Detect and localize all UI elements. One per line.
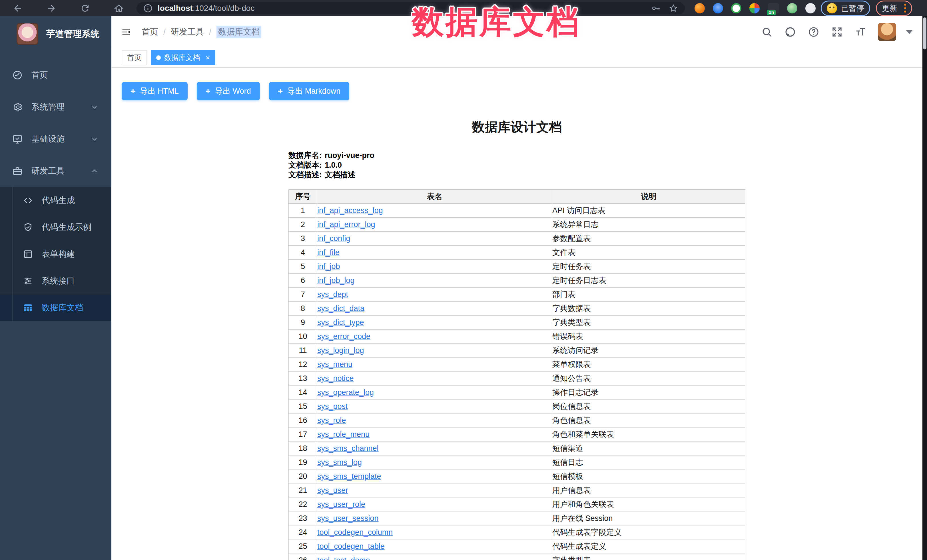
paused-extension-badge[interactable]: 已暂停 (821, 1, 870, 16)
table-name-link[interactable]: sys_menu (317, 360, 353, 369)
table-name-link[interactable]: inf_file (317, 248, 340, 257)
table-name-link[interactable]: sys_user_session (317, 514, 379, 523)
github-icon[interactable] (784, 26, 796, 38)
table-name-link[interactable]: inf_job_log (317, 276, 355, 285)
app-navbar: 首页 / 研发工具 / 数据库文档 (111, 16, 922, 48)
app-logo-row[interactable]: 芋道管理系统 (0, 16, 111, 53)
table-name-link[interactable]: inf_job (317, 262, 340, 271)
plus-icon: + (278, 87, 283, 96)
extension-icon-pin[interactable] (713, 3, 723, 14)
home-icon[interactable] (114, 3, 124, 14)
table-row: 24 tool_codegen_column 代码生成表字段定义 (289, 525, 745, 539)
row-index: 8 (289, 302, 317, 316)
table-name-link[interactable]: sys_operate_log (317, 388, 374, 397)
table-name-link[interactable]: sys_dept (317, 290, 348, 299)
table-name-link[interactable]: sys_sms_log (317, 458, 362, 467)
table-name-link[interactable]: inf_api_error_log (317, 220, 375, 229)
table-name-link[interactable]: sys_sms_template (317, 472, 381, 481)
scrollbar[interactable] (922, 16, 927, 560)
sidebar-collapse-icon[interactable] (120, 27, 132, 37)
row-description: 短信模板 (552, 469, 745, 484)
table-name-link[interactable]: sys_role_menu (317, 430, 369, 439)
plus-icon: + (131, 87, 136, 96)
update-label: 更新 (882, 3, 897, 14)
user-menu-caret-icon[interactable] (906, 30, 913, 34)
help-icon[interactable] (808, 26, 820, 38)
row-index: 14 (289, 385, 317, 399)
table-name-link[interactable]: tool_codegen_column (317, 528, 393, 537)
site-info-icon[interactable] (143, 3, 153, 14)
back-icon[interactable] (12, 3, 23, 14)
tag-home[interactable]: 首页 (122, 50, 147, 65)
browser-nav-buttons (0, 3, 124, 14)
export-markdown-button[interactable]: + 导出 Markdown (269, 82, 350, 100)
tag-db-doc[interactable]: 数据库文档 × (151, 50, 215, 65)
forward-icon[interactable] (46, 3, 56, 14)
chrome-menu-icon[interactable] (904, 4, 906, 12)
extension-icon-grid[interactable] (749, 3, 760, 14)
table-row: 18 sys_sms_channel 短信渠道 (289, 442, 745, 455)
extension-icon-leaf[interactable] (787, 3, 797, 14)
tag-close-icon[interactable]: × (206, 54, 210, 61)
table-name-link[interactable]: sys_error_code (317, 332, 371, 341)
bookmark-star-icon[interactable] (668, 3, 679, 14)
table-name-link[interactable]: tool_codegen_table (317, 542, 384, 551)
row-description: 用户和角色关联表 (552, 498, 745, 511)
user-avatar[interactable] (878, 23, 896, 41)
sidebar-item-label: 表单构建 (42, 249, 75, 260)
table-name-link[interactable]: sys_dict_data (317, 304, 365, 313)
table-name-link[interactable]: sys_post (317, 402, 348, 411)
table-name-link[interactable]: inf_config (317, 234, 350, 243)
table-name-link[interactable]: sys_role (317, 416, 346, 425)
col-header-name: 表名 (317, 190, 552, 203)
row-index: 15 (289, 399, 317, 413)
extension-icon-check[interactable] (731, 3, 742, 14)
sidebar-item-api[interactable]: 系统接口 (0, 267, 111, 294)
sidebar-item-system[interactable]: 系统管理 (0, 91, 111, 123)
breadcrumb: 首页 / 研发工具 / 数据库文档 (142, 26, 261, 38)
table-name-link[interactable]: sys_notice (317, 374, 354, 382)
breadcrumb-home[interactable]: 首页 (142, 26, 158, 38)
fullscreen-icon[interactable] (831, 26, 843, 38)
sidebar-item-devtools[interactable]: 研发工具 (0, 155, 111, 187)
export-word-button[interactable]: + 导出 Word (197, 82, 260, 100)
table-row: 13 sys_notice 通知公告表 (289, 372, 745, 385)
shield-check-icon (23, 222, 33, 232)
search-icon[interactable] (761, 26, 773, 38)
font-size-icon[interactable] (854, 26, 866, 38)
sidebar-item-codegen-demo[interactable]: 代码生成示例 (0, 214, 111, 241)
sidebar-item-label: 代码生成示例 (42, 222, 91, 233)
reload-icon[interactable] (80, 3, 90, 14)
table-name-link[interactable]: sys_dict_type (317, 318, 364, 327)
table-name-link[interactable]: inf_api_access_log (317, 206, 383, 215)
table-row: 4 inf_file 文件表 (289, 246, 745, 260)
table-name-link[interactable]: sys_login_log (317, 346, 364, 355)
table-name-link[interactable]: tool_test_demo (317, 556, 370, 560)
sidebar-item-form-builder[interactable]: 表单构建 (0, 241, 111, 267)
url-text: localhost:1024/tool/db-doc (158, 4, 254, 13)
breadcrumb-devtools[interactable]: 研发工具 (171, 26, 204, 38)
password-key-icon[interactable] (650, 3, 661, 14)
extension-icon-orange[interactable] (694, 3, 705, 14)
sidebar-item-db-doc[interactable]: 数据库文档 (0, 294, 111, 321)
sidebar-item-infra[interactable]: 基础设施 (0, 123, 111, 155)
table-name-link[interactable]: sys_user (317, 486, 348, 495)
sidebar-item-home[interactable]: 首页 (0, 59, 111, 91)
url-bar[interactable]: localhost:1024/tool/db-doc (137, 2, 685, 14)
extensions-puzzle-icon[interactable] (805, 3, 816, 14)
browser-update-button[interactable]: 更新 (876, 1, 912, 16)
scrollbar-thumb[interactable] (923, 17, 926, 49)
row-index: 2 (289, 218, 317, 232)
table-row: 11 sys_login_log 系统访问记录 (289, 343, 745, 358)
table-row: 25 tool_codegen_table 代码生成表定义 (289, 539, 745, 554)
export-html-button[interactable]: + 导出 HTML (122, 82, 188, 100)
row-description: 通知公告表 (552, 372, 745, 385)
table-name-link[interactable]: sys_user_role (317, 500, 365, 508)
plus-icon: + (206, 87, 211, 96)
table-name-link[interactable]: sys_sms_channel (317, 444, 379, 453)
row-index: 18 (289, 442, 317, 455)
app-logo (17, 23, 38, 45)
code-icon (23, 195, 33, 206)
sidebar-item-codegen[interactable]: 代码生成 (0, 187, 111, 214)
extension-icon-switch[interactable]: on (767, 3, 779, 14)
